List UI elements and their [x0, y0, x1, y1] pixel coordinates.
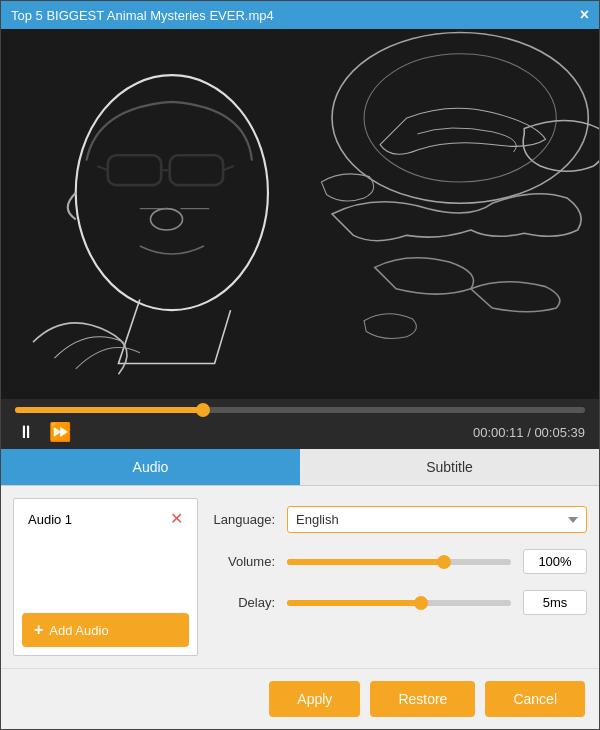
add-audio-label: Add Audio — [49, 623, 108, 638]
main-window: Top 5 BIGGEST Animal Mysteries EVER.mp4 … — [0, 0, 600, 730]
title-bar: Top 5 BIGGEST Animal Mysteries EVER.mp4 … — [1, 1, 599, 29]
content-area: Audio 1 ✕ + Add Audio Language: English … — [1, 486, 599, 668]
volume-fill — [287, 559, 444, 565]
controls-row: ⏸ ⏩ 00:00:11 / 00:05:39 — [15, 421, 585, 443]
delay-label: Delay: — [210, 595, 275, 610]
language-select[interactable]: English French Spanish German Japanese — [287, 506, 587, 533]
svg-rect-0 — [1, 32, 599, 395]
volume-row: Volume: — [210, 549, 587, 574]
tabs: Audio Subtitle — [1, 449, 599, 486]
audio-item-name: Audio 1 — [28, 512, 72, 527]
add-audio-button[interactable]: + Add Audio — [22, 613, 189, 647]
delay-row: Delay: — [210, 590, 587, 615]
footer-buttons: Apply Restore Cancel — [1, 668, 599, 729]
progress-thumb — [196, 403, 210, 417]
controls-bar: ⏸ ⏩ 00:00:11 / 00:05:39 — [1, 399, 599, 449]
audio-remove-button[interactable]: ✕ — [170, 511, 183, 527]
video-frame — [1, 29, 599, 399]
audio-list-item: Audio 1 ✕ — [22, 507, 189, 531]
cancel-button[interactable]: Cancel — [485, 681, 585, 717]
total-time: 00:05:39 — [534, 425, 585, 440]
volume-label: Volume: — [210, 554, 275, 569]
audio-list-panel: Audio 1 ✕ + Add Audio — [13, 498, 198, 656]
pause-button[interactable]: ⏸ — [15, 421, 37, 443]
close-button[interactable]: × — [580, 7, 589, 23]
restore-button[interactable]: Restore — [370, 681, 475, 717]
add-icon: + — [34, 621, 43, 639]
audio-settings-panel: Language: English French Spanish German … — [210, 498, 587, 656]
progress-bar[interactable] — [15, 407, 585, 413]
delay-slider[interactable] — [287, 600, 511, 606]
delay-fill — [287, 600, 421, 606]
video-player — [1, 29, 599, 399]
video-content — [1, 29, 599, 399]
language-label: Language: — [210, 512, 275, 527]
delay-value[interactable] — [523, 590, 587, 615]
progress-fill — [15, 407, 203, 413]
forward-button[interactable]: ⏩ — [47, 421, 73, 443]
language-row: Language: English French Spanish German … — [210, 506, 587, 533]
volume-thumb — [437, 555, 451, 569]
playback-buttons: ⏸ ⏩ — [15, 421, 73, 443]
delay-thumb — [414, 596, 428, 610]
tab-subtitle[interactable]: Subtitle — [300, 449, 599, 485]
window-title: Top 5 BIGGEST Animal Mysteries EVER.mp4 — [11, 8, 274, 23]
volume-slider[interactable] — [287, 559, 511, 565]
tab-audio[interactable]: Audio — [1, 449, 300, 485]
volume-value[interactable] — [523, 549, 587, 574]
current-time: 00:00:11 — [473, 425, 524, 440]
time-display: 00:00:11 / 00:05:39 — [473, 425, 585, 440]
apply-button[interactable]: Apply — [269, 681, 360, 717]
